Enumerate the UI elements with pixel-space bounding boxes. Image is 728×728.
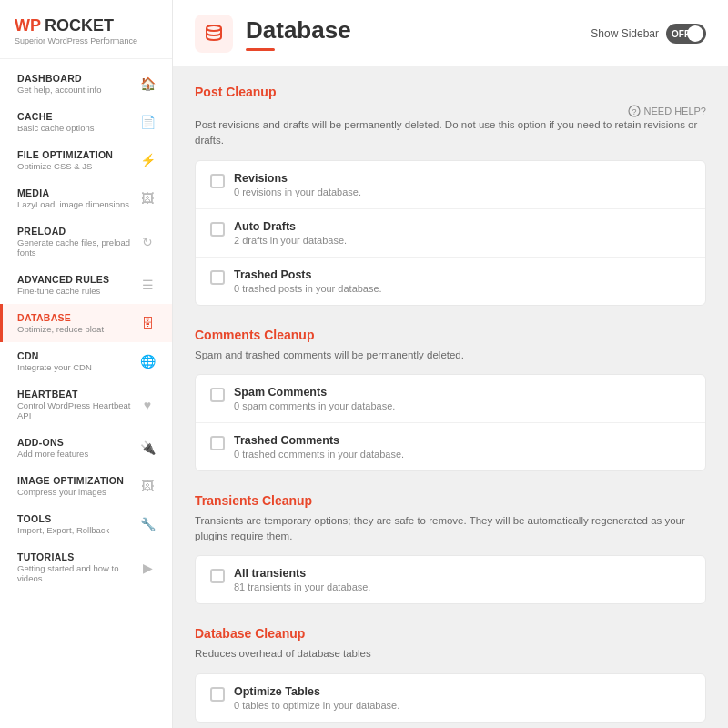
card-comments-cleanup: Spam Comments 0 spam comments in your da… <box>195 374 706 471</box>
checkbox-sublabel: 0 trashed posts in your database. <box>234 283 382 294</box>
nav-icon-tools: 🔧 <box>137 514 157 534</box>
show-sidebar-label: Show Sidebar <box>591 27 659 40</box>
nav-icon-dashboard: 🏠 <box>137 74 157 94</box>
nav-item-text-advanced-rules: ADVANCED RULES Fine-tune cache rules <box>17 274 132 296</box>
checkbox-post-cleanup-2[interactable] <box>210 270 225 285</box>
checkbox-content: Revisions 0 revisions in your database. <box>234 172 361 197</box>
nav-item-text-file-optimization: FILE OPTIMIZATION Optimize CSS & JS <box>17 149 132 171</box>
nav-icon-preload: ↻ <box>137 232 157 252</box>
card-post-cleanup: Revisions 0 revisions in your database. … <box>195 160 706 306</box>
sidebar-item-file-optimization[interactable]: FILE OPTIMIZATION Optimize CSS & JS ⚡ <box>0 141 172 179</box>
sidebar-item-image-optimization[interactable]: IMAGE OPTIMIZATION Compress your images … <box>0 467 172 505</box>
section-database-cleanup: Database CleanupReduces overhead of data… <box>195 626 706 722</box>
checkbox-label: Auto Drafts <box>234 220 347 233</box>
toggle-label: OFF <box>672 29 690 39</box>
checkbox-row: Trashed Comments 0 trashed comments in y… <box>210 434 691 460</box>
sidebar-item-advanced-rules[interactable]: ADVANCED RULES Fine-tune cache rules ☰ <box>0 266 172 304</box>
nav-item-subtitle-preload: Generate cache files, preload fonts <box>17 238 132 258</box>
section-title-comments-cleanup: Comments Cleanup <box>195 328 706 342</box>
checkbox-label: Spam Comments <box>234 386 395 399</box>
checkbox-row: Revisions 0 revisions in your database. <box>210 172 691 197</box>
nav-item-title-tutorials: TUTORIALS <box>17 551 132 562</box>
nav-item-title-file-optimization: FILE OPTIMIZATION <box>17 149 132 160</box>
checkbox-comments-cleanup-0[interactable] <box>210 388 225 402</box>
sidebar-toggle[interactable]: OFF <box>666 24 706 44</box>
checkbox-sublabel: 0 tables to optimize in your database. <box>234 700 399 711</box>
nav-item-subtitle-advanced-rules: Fine-tune cache rules <box>17 286 132 296</box>
checkbox-comments-cleanup-1[interactable] <box>210 436 225 450</box>
checkbox-content: All transients 81 transients in your dat… <box>234 567 370 592</box>
checkbox-content: Trashed Posts 0 trashed posts in your da… <box>234 268 382 294</box>
nav-icon-database: 🗄 <box>137 313 157 333</box>
svg-point-0 <box>207 25 221 31</box>
nav-icon-cdn: 🌐 <box>137 351 157 371</box>
page-title: Database <box>246 16 351 45</box>
nav-item-subtitle-image-optimization: Compress your images <box>17 487 132 497</box>
page-content: Post Cleanup ? NEED HELP? Post revisions… <box>173 66 728 728</box>
section-title-post-cleanup: Post Cleanup <box>195 85 706 99</box>
sidebar-item-cache[interactable]: CACHE Basic cache options 📄 <box>0 103 172 141</box>
checkbox-post-cleanup-1[interactable] <box>210 222 225 237</box>
card-row-comments-cleanup-0: Spam Comments 0 spam comments in your da… <box>196 375 705 423</box>
nav-item-title-media: MEDIA <box>17 187 132 198</box>
nav-icon-image-optimization: 🖼 <box>137 476 157 496</box>
checkbox-sublabel: 0 revisions in your database. <box>234 187 361 197</box>
section-transients-cleanup: Transients CleanupTransients are tempora… <box>195 493 706 605</box>
checkbox-content: Trashed Comments 0 trashed comments in y… <box>234 434 404 460</box>
card-transients-cleanup: All transients 81 transients in your dat… <box>195 555 706 604</box>
checkbox-post-cleanup-0[interactable] <box>210 174 225 188</box>
sidebar-item-dashboard[interactable]: DASHBOARD Get help, account info 🏠 <box>0 65 172 103</box>
nav-item-text-image-optimization: IMAGE OPTIMIZATION Compress your images <box>17 475 132 497</box>
card-row-comments-cleanup-1: Trashed Comments 0 trashed comments in y… <box>196 423 705 470</box>
section-desc-post-cleanup: Post revisions and drafts will be perman… <box>195 117 706 149</box>
sidebar-item-tutorials[interactable]: TUTORIALS Getting started and how to vid… <box>0 543 172 592</box>
checkbox-transients-cleanup-0[interactable] <box>210 569 225 583</box>
sidebar-item-add-ons[interactable]: ADD-ONS Add more features 🔌 <box>0 429 172 467</box>
sidebar-item-media[interactable]: MEDIA LazyLoad, image dimensions 🖼 <box>0 179 172 217</box>
checkbox-label: Trashed Posts <box>234 268 382 281</box>
sidebar-logo: WP ROCKET Superior WordPress Performance <box>0 0 172 59</box>
checkbox-database-cleanup-0[interactable] <box>210 687 225 702</box>
card-row-database-cleanup-0: Optimize Tables 0 tables to optimize in … <box>196 674 705 722</box>
nav-item-text-tutorials: TUTORIALS Getting started and how to vid… <box>17 551 132 583</box>
sidebar-item-heartbeat[interactable]: HEARTBEAT Control WordPress Heartbeat AP… <box>0 380 172 429</box>
sidebar-item-cdn[interactable]: CDN Integrate your CDN 🌐 <box>0 342 172 380</box>
nav-item-text-cdn: CDN Integrate your CDN <box>17 350 132 372</box>
nav-item-subtitle-heartbeat: Control WordPress Heartbeat API <box>17 400 132 420</box>
card-row-post-cleanup-2: Trashed Posts 0 trashed posts in your da… <box>196 258 705 305</box>
nav-item-subtitle-dashboard: Get help, account info <box>17 85 132 95</box>
nav-item-text-preload: PRELOAD Generate cache files, preload fo… <box>17 226 132 258</box>
logo-tagline: Superior WordPress Performance <box>15 36 157 46</box>
checkbox-label: All transients <box>234 567 370 580</box>
database-icon <box>203 23 225 45</box>
section-title-transients-cleanup: Transients Cleanup <box>195 493 706 508</box>
sidebar-item-tools[interactable]: TOOLS Import, Export, Rollback 🔧 <box>0 505 172 543</box>
logo-rocket: ROCKET <box>45 16 114 35</box>
sidebar-item-preload[interactable]: PRELOAD Generate cache files, preload fo… <box>0 217 172 266</box>
checkbox-sublabel: 0 spam comments in your database. <box>234 400 395 411</box>
card-row-transients-cleanup-0: All transients 81 transients in your dat… <box>196 556 705 603</box>
logo-wp: WP <box>15 16 41 35</box>
page-title-icon <box>195 15 233 53</box>
nav-item-text-dashboard: DASHBOARD Get help, account info <box>17 73 132 95</box>
main-content: Database Show Sidebar OFF Post Cleanup ?… <box>173 0 728 728</box>
sidebar: WP ROCKET Superior WordPress Performance… <box>0 0 173 728</box>
nav-item-title-dashboard: DASHBOARD <box>17 73 132 84</box>
page-title-area: Database <box>195 15 351 53</box>
page-header: Database Show Sidebar OFF <box>173 0 728 66</box>
section-desc-transients-cleanup: Transients are temporary options; they a… <box>195 513 706 545</box>
nav-item-text-tools: TOOLS Import, Export, Rollback <box>17 513 132 535</box>
sidebar-item-database[interactable]: DATABASE Optimize, reduce bloat 🗄 <box>0 304 172 342</box>
page-title-underline <box>246 48 275 51</box>
nav-item-text-cache: CACHE Basic cache options <box>17 111 132 133</box>
need-help-link[interactable]: ? NEED HELP? <box>628 105 706 117</box>
section-desc-comments-cleanup: Spam and trashed comments will be perman… <box>195 348 706 363</box>
checkbox-content: Optimize Tables 0 tables to optimize in … <box>234 685 399 711</box>
nav-item-subtitle-tutorials: Getting started and how to videos <box>17 563 132 583</box>
svg-text:?: ? <box>632 107 636 116</box>
checkbox-label: Revisions <box>234 172 361 185</box>
checkbox-content: Spam Comments 0 spam comments in your da… <box>234 386 395 411</box>
nav-item-subtitle-add-ons: Add more features <box>17 449 132 459</box>
checkbox-sublabel: 0 trashed comments in your database. <box>234 449 404 460</box>
checkbox-row: Spam Comments 0 spam comments in your da… <box>210 386 691 411</box>
